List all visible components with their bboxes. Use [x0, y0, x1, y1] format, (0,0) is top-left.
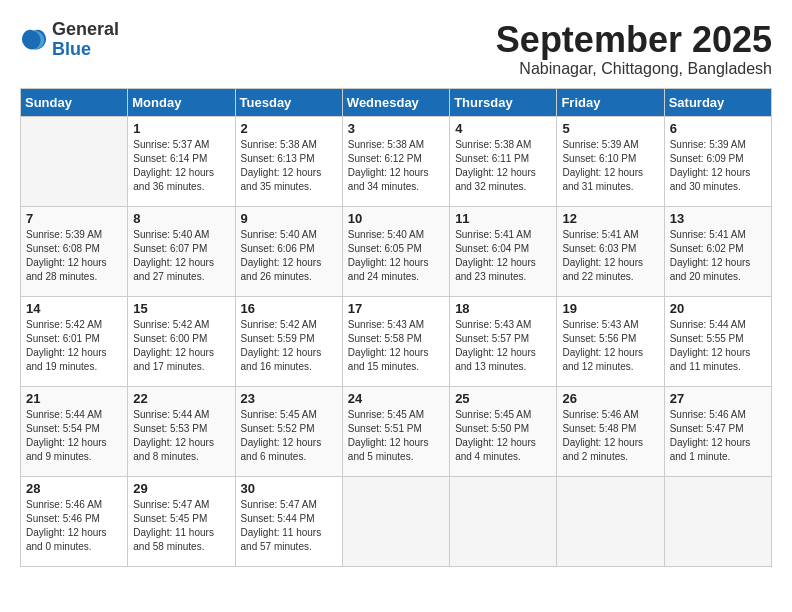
day-number: 14 — [26, 301, 122, 316]
calendar-cell: 21Sunrise: 5:44 AM Sunset: 5:54 PM Dayli… — [21, 386, 128, 476]
calendar-cell: 1Sunrise: 5:37 AM Sunset: 6:14 PM Daylig… — [128, 116, 235, 206]
calendar-cell — [557, 476, 664, 566]
calendar-cell: 14Sunrise: 5:42 AM Sunset: 6:01 PM Dayli… — [21, 296, 128, 386]
calendar-cell: 11Sunrise: 5:41 AM Sunset: 6:04 PM Dayli… — [450, 206, 557, 296]
day-number: 25 — [455, 391, 551, 406]
cell-content: Sunrise: 5:45 AM Sunset: 5:51 PM Dayligh… — [348, 408, 444, 464]
calendar-cell: 19Sunrise: 5:43 AM Sunset: 5:56 PM Dayli… — [557, 296, 664, 386]
day-number: 5 — [562, 121, 658, 136]
page-header: General Blue September 2025 Nabinagar, C… — [20, 20, 772, 78]
day-number: 15 — [133, 301, 229, 316]
cell-content: Sunrise: 5:38 AM Sunset: 6:13 PM Dayligh… — [241, 138, 337, 194]
calendar-cell: 22Sunrise: 5:44 AM Sunset: 5:53 PM Dayli… — [128, 386, 235, 476]
calendar-cell: 26Sunrise: 5:46 AM Sunset: 5:48 PM Dayli… — [557, 386, 664, 476]
calendar-cell: 3Sunrise: 5:38 AM Sunset: 6:12 PM Daylig… — [342, 116, 449, 206]
day-number: 4 — [455, 121, 551, 136]
logo-general-text: General — [52, 19, 119, 39]
calendar-cell: 8Sunrise: 5:40 AM Sunset: 6:07 PM Daylig… — [128, 206, 235, 296]
calendar-cell: 24Sunrise: 5:45 AM Sunset: 5:51 PM Dayli… — [342, 386, 449, 476]
calendar-cell: 15Sunrise: 5:42 AM Sunset: 6:00 PM Dayli… — [128, 296, 235, 386]
day-number: 6 — [670, 121, 766, 136]
weekday-header-wednesday: Wednesday — [342, 88, 449, 116]
day-number: 23 — [241, 391, 337, 406]
cell-content: Sunrise: 5:38 AM Sunset: 6:12 PM Dayligh… — [348, 138, 444, 194]
day-number: 8 — [133, 211, 229, 226]
weekday-header-thursday: Thursday — [450, 88, 557, 116]
calendar-week-row: 1Sunrise: 5:37 AM Sunset: 6:14 PM Daylig… — [21, 116, 772, 206]
cell-content: Sunrise: 5:38 AM Sunset: 6:11 PM Dayligh… — [455, 138, 551, 194]
weekday-header-saturday: Saturday — [664, 88, 771, 116]
calendar-cell: 30Sunrise: 5:47 AM Sunset: 5:44 PM Dayli… — [235, 476, 342, 566]
day-number: 27 — [670, 391, 766, 406]
day-number: 3 — [348, 121, 444, 136]
cell-content: Sunrise: 5:39 AM Sunset: 6:10 PM Dayligh… — [562, 138, 658, 194]
cell-content: Sunrise: 5:42 AM Sunset: 6:01 PM Dayligh… — [26, 318, 122, 374]
weekday-header-monday: Monday — [128, 88, 235, 116]
month-title: September 2025 — [496, 20, 772, 60]
day-number: 26 — [562, 391, 658, 406]
cell-content: Sunrise: 5:46 AM Sunset: 5:48 PM Dayligh… — [562, 408, 658, 464]
day-number: 21 — [26, 391, 122, 406]
calendar-cell: 7Sunrise: 5:39 AM Sunset: 6:08 PM Daylig… — [21, 206, 128, 296]
cell-content: Sunrise: 5:46 AM Sunset: 5:47 PM Dayligh… — [670, 408, 766, 464]
cell-content: Sunrise: 5:46 AM Sunset: 5:46 PM Dayligh… — [26, 498, 122, 554]
calendar-cell: 28Sunrise: 5:46 AM Sunset: 5:46 PM Dayli… — [21, 476, 128, 566]
calendar-table: SundayMondayTuesdayWednesdayThursdayFrid… — [20, 88, 772, 567]
calendar-cell — [342, 476, 449, 566]
calendar-cell — [450, 476, 557, 566]
calendar-cell: 5Sunrise: 5:39 AM Sunset: 6:10 PM Daylig… — [557, 116, 664, 206]
location-title: Nabinagar, Chittagong, Bangladesh — [496, 60, 772, 78]
calendar-cell: 16Sunrise: 5:42 AM Sunset: 5:59 PM Dayli… — [235, 296, 342, 386]
cell-content: Sunrise: 5:42 AM Sunset: 5:59 PM Dayligh… — [241, 318, 337, 374]
calendar-cell: 12Sunrise: 5:41 AM Sunset: 6:03 PM Dayli… — [557, 206, 664, 296]
cell-content: Sunrise: 5:41 AM Sunset: 6:04 PM Dayligh… — [455, 228, 551, 284]
day-number: 24 — [348, 391, 444, 406]
calendar-cell: 25Sunrise: 5:45 AM Sunset: 5:50 PM Dayli… — [450, 386, 557, 476]
cell-content: Sunrise: 5:43 AM Sunset: 5:56 PM Dayligh… — [562, 318, 658, 374]
calendar-cell: 18Sunrise: 5:43 AM Sunset: 5:57 PM Dayli… — [450, 296, 557, 386]
cell-content: Sunrise: 5:47 AM Sunset: 5:45 PM Dayligh… — [133, 498, 229, 554]
cell-content: Sunrise: 5:39 AM Sunset: 6:09 PM Dayligh… — [670, 138, 766, 194]
calendar-cell: 27Sunrise: 5:46 AM Sunset: 5:47 PM Dayli… — [664, 386, 771, 476]
weekday-header-row: SundayMondayTuesdayWednesdayThursdayFrid… — [21, 88, 772, 116]
cell-content: Sunrise: 5:44 AM Sunset: 5:54 PM Dayligh… — [26, 408, 122, 464]
cell-content: Sunrise: 5:41 AM Sunset: 6:02 PM Dayligh… — [670, 228, 766, 284]
cell-content: Sunrise: 5:45 AM Sunset: 5:52 PM Dayligh… — [241, 408, 337, 464]
cell-content: Sunrise: 5:40 AM Sunset: 6:07 PM Dayligh… — [133, 228, 229, 284]
cell-content: Sunrise: 5:43 AM Sunset: 5:57 PM Dayligh… — [455, 318, 551, 374]
day-number: 13 — [670, 211, 766, 226]
day-number: 10 — [348, 211, 444, 226]
calendar-cell: 20Sunrise: 5:44 AM Sunset: 5:55 PM Dayli… — [664, 296, 771, 386]
calendar-cell: 29Sunrise: 5:47 AM Sunset: 5:45 PM Dayli… — [128, 476, 235, 566]
day-number: 7 — [26, 211, 122, 226]
title-block: September 2025 Nabinagar, Chittagong, Ba… — [496, 20, 772, 78]
weekday-header-tuesday: Tuesday — [235, 88, 342, 116]
calendar-cell: 23Sunrise: 5:45 AM Sunset: 5:52 PM Dayli… — [235, 386, 342, 476]
calendar-cell: 9Sunrise: 5:40 AM Sunset: 6:06 PM Daylig… — [235, 206, 342, 296]
cell-content: Sunrise: 5:41 AM Sunset: 6:03 PM Dayligh… — [562, 228, 658, 284]
calendar-cell — [21, 116, 128, 206]
calendar-cell: 4Sunrise: 5:38 AM Sunset: 6:11 PM Daylig… — [450, 116, 557, 206]
weekday-header-friday: Friday — [557, 88, 664, 116]
cell-content: Sunrise: 5:44 AM Sunset: 5:55 PM Dayligh… — [670, 318, 766, 374]
calendar-week-row: 28Sunrise: 5:46 AM Sunset: 5:46 PM Dayli… — [21, 476, 772, 566]
day-number: 20 — [670, 301, 766, 316]
cell-content: Sunrise: 5:40 AM Sunset: 6:06 PM Dayligh… — [241, 228, 337, 284]
cell-content: Sunrise: 5:44 AM Sunset: 5:53 PM Dayligh… — [133, 408, 229, 464]
calendar-week-row: 21Sunrise: 5:44 AM Sunset: 5:54 PM Dayli… — [21, 386, 772, 476]
day-number: 11 — [455, 211, 551, 226]
calendar-week-row: 14Sunrise: 5:42 AM Sunset: 6:01 PM Dayli… — [21, 296, 772, 386]
cell-content: Sunrise: 5:47 AM Sunset: 5:44 PM Dayligh… — [241, 498, 337, 554]
cell-content: Sunrise: 5:45 AM Sunset: 5:50 PM Dayligh… — [455, 408, 551, 464]
day-number: 29 — [133, 481, 229, 496]
day-number: 16 — [241, 301, 337, 316]
cell-content: Sunrise: 5:37 AM Sunset: 6:14 PM Dayligh… — [133, 138, 229, 194]
day-number: 28 — [26, 481, 122, 496]
calendar-week-row: 7Sunrise: 5:39 AM Sunset: 6:08 PM Daylig… — [21, 206, 772, 296]
calendar-cell: 6Sunrise: 5:39 AM Sunset: 6:09 PM Daylig… — [664, 116, 771, 206]
day-number: 17 — [348, 301, 444, 316]
calendar-cell: 17Sunrise: 5:43 AM Sunset: 5:58 PM Dayli… — [342, 296, 449, 386]
day-number: 1 — [133, 121, 229, 136]
logo-blue-text: Blue — [52, 39, 91, 59]
calendar-cell — [664, 476, 771, 566]
